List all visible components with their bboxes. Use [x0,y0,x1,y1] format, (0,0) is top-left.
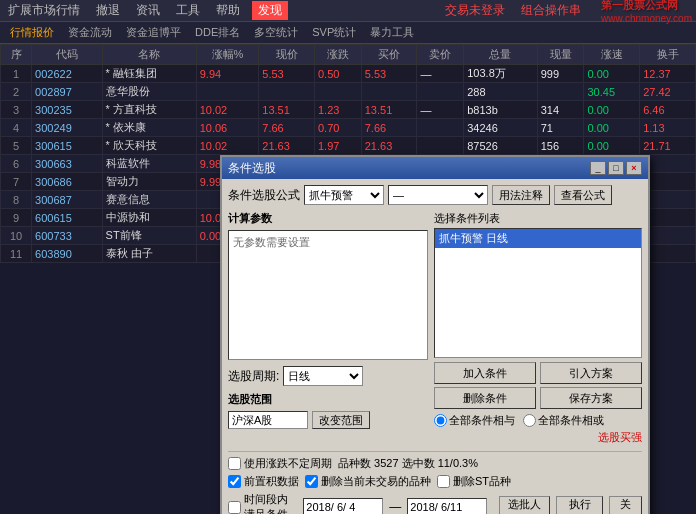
table-cell: 科蓝软件 [102,155,196,173]
del-st-checkbox[interactable] [437,475,450,488]
comment-button[interactable]: 用法注释 [492,185,550,205]
dialog-minimize-btn[interactable]: _ [590,161,606,175]
del-traded-label: 删除当前未交易的品种 [321,474,431,489]
condition-select-dialog[interactable]: 条件选股 _ □ × 条件选股公式 抓牛预警 — 用法注释 查看公式 [220,155,650,514]
table-cell: 13.51 [259,101,315,119]
subtab-capital2[interactable]: 资金追博平 [120,24,187,41]
menu-combo[interactable]: 组合操作串 [517,2,585,19]
range-section: 选股范围 改变范围 [228,392,428,429]
table-row[interactable]: 3300235* 方直科技10.0213.511.2313.51—b813b31… [1,101,696,119]
table-cell: 300663 [32,155,103,173]
condition-item[interactable]: 抓牛预警 日线 [435,229,641,248]
table-cell: 0.00 [584,137,640,155]
table-cell: — [417,65,464,83]
range-input[interactable] [228,411,308,429]
table-cell: 6.46 [640,101,696,119]
table-cell [417,83,464,101]
subtab-longshort[interactable]: 多空统计 [248,24,304,41]
table-cell: 0.00 [584,119,640,137]
radio-all-or[interactable]: 全部条件相或 [523,413,604,428]
radio-or-input[interactable] [523,414,536,427]
subtab-dde[interactable]: DDE排名 [189,24,246,41]
table-row[interactable]: 1002622* 融钰集团9.945.530.505.53—103.8万9990… [1,65,696,83]
col-sell: 卖价 [417,45,464,65]
discover-button[interactable]: 发现 [252,1,288,20]
subtab-quotes[interactable]: 行情报价 [4,24,60,41]
dialog-close-btn[interactable]: × [626,161,642,175]
add-condition-btn[interactable]: 加入条件 [434,362,536,384]
params-box: 无参数需要设置 [228,230,428,360]
dialog-title: 条件选股 [228,160,276,177]
slip-checkbox[interactable] [228,457,241,470]
table-cell: 3 [1,101,32,119]
table-cell: * 方直科技 [102,101,196,119]
del-traded-checkbox[interactable] [305,475,318,488]
menu-retreat[interactable]: 撤退 [92,2,124,19]
bottom-row2: 前置积数据 删除当前未交易的品种 删除ST品种 [228,474,642,489]
col-name: 名称 [102,45,196,65]
formula-combo[interactable]: — [388,185,488,205]
save-scheme-btn[interactable]: 保存方案 [540,387,642,409]
col-diff: 涨跌 [314,45,361,65]
table-cell [361,83,417,101]
time-checkbox[interactable] [228,501,241,514]
select-into-pool-btn[interactable]: 选批人板块 [499,496,550,514]
table-cell: 泰秋 由子 [102,245,196,263]
period-select[interactable]: 日线 [283,366,363,386]
radio-all-and[interactable]: 全部条件相与 [434,413,515,428]
change-range-btn[interactable]: 改变范围 [312,411,370,429]
date-to-input[interactable] [407,498,487,514]
slip-label: 使用涨跌不定周期 [244,456,332,471]
close-dialog-btn[interactable]: 关闭 [609,496,642,514]
subtab-power[interactable]: 暴力工具 [364,24,420,41]
subtab-capital[interactable]: 资金流动 [62,24,118,41]
checkbox-del-st[interactable]: 删除ST品种 [437,474,511,489]
table-cell: 21.63 [259,137,315,155]
table-row[interactable]: 2002897 意华股份28830.4527.42 [1,83,696,101]
menu-tools[interactable]: 工具 [172,2,204,19]
checkbox-slip[interactable]: 使用涨跌不定周期 [228,456,332,471]
formula-select[interactable]: 抓牛预警 [304,185,384,205]
table-cell: 13.51 [361,101,417,119]
table-cell: 300615 [32,137,103,155]
table-cell [537,83,584,101]
prev-checkbox[interactable] [228,475,241,488]
table-cell: 300235 [32,101,103,119]
dialog-bottom: 使用涨跌不定周期 品种数 3527 选中数 11/0.3% 前置积数据 删除当前… [228,451,642,514]
checkbox-del-traded[interactable]: 删除当前未交易的品种 [305,474,431,489]
sub-tabs: 行情报价 资金流动 资金追博平 DDE排名 多空统计 SVP统计 暴力工具 [0,22,696,44]
table-cell: 中源协和 [102,209,196,227]
menu-market[interactable]: 扩展市场行情 [4,2,84,19]
import-scheme-btn[interactable]: 引入方案 [540,362,642,384]
table-cell [417,119,464,137]
menu-trade[interactable]: 交易未登录 [441,2,509,19]
dialog-controls: _ □ × [590,161,642,175]
col-seq: 序 [1,45,32,65]
condition-list[interactable]: 抓牛预警 日线 [434,228,642,358]
table-row[interactable]: 4300249* 依米康10.067.660.707.6634246710.00… [1,119,696,137]
radio-and-input[interactable] [434,414,447,427]
menu-help[interactable]: 帮助 [212,2,244,19]
table-cell: 34246 [464,119,537,137]
menu-info[interactable]: 资讯 [132,2,164,19]
watermark-line2: www.chnmoney.com [601,13,692,24]
view-formula-button[interactable]: 查看公式 [554,185,612,205]
dialog-body: 条件选股公式 抓牛预警 — 用法注释 查看公式 计算参数 无参数需要设置 [222,179,648,514]
table-cell: 9.94 [196,65,259,83]
exec-select-btn[interactable]: 执行选股 [556,496,603,514]
table-row[interactable]: 5300615* 欣天科技10.0221.631.9721.6387526156… [1,137,696,155]
del-condition-btn[interactable]: 删除条件 [434,387,536,409]
table-cell: 314 [537,101,584,119]
bottom-row1: 使用涨跌不定周期 品种数 3527 选中数 11/0.3% [228,456,642,471]
date-from-input[interactable] [303,498,383,514]
table-cell: 600733 [32,227,103,245]
table-cell: 11 [1,245,32,263]
checkbox-time[interactable]: 时间段内满足条件 [228,492,297,514]
table-cell: 10 [1,227,32,245]
dialog-maximize-btn[interactable]: □ [608,161,624,175]
table-cell: — [417,101,464,119]
checkbox-prev[interactable]: 前置积数据 [228,474,299,489]
col-speed: 涨速 [584,45,640,65]
radio-or-label: 全部条件相或 [538,413,604,428]
subtab-svp[interactable]: SVP统计 [306,24,362,41]
